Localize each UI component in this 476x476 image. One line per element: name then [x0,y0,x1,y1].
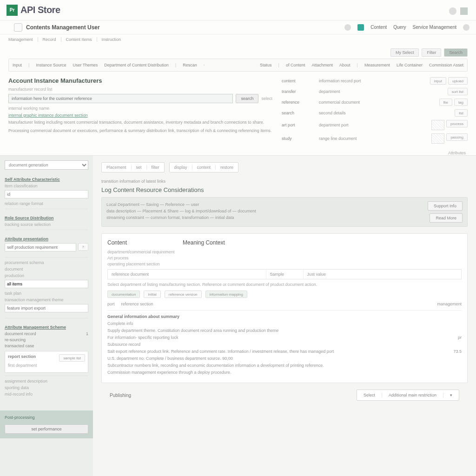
log-panel: Support Info Read More Local Department … [101,197,468,227]
info-tab[interactable]: port [107,302,115,306]
search-button[interactable]: search [236,94,258,103]
side-label: select [261,96,272,101]
user-icon[interactable] [463,24,469,31]
chip[interactable]: sort list [448,88,468,95]
kv-panel: contentinformation record portinputuploa… [282,77,468,147]
tab[interactable]: Input [13,63,22,67]
pill[interactable]: initial [144,291,160,298]
status-icon [357,24,364,31]
pill[interactable]: reference version [165,291,202,298]
mini-table: reference documentSampleJust value [107,269,462,279]
tool-group-1[interactable]: Placementsetfilter [101,162,165,172]
tab[interactable]: Instance Source [36,63,66,67]
thumb-icon [431,133,444,144]
para2: Processing commercial document or execut… [8,128,272,134]
tab[interactable]: of Content [286,63,305,67]
thumb-icon [431,120,444,130]
sb-items-input[interactable] [5,280,88,288]
chip[interactable]: file [439,99,452,106]
filter-myselect[interactable]: My Select [390,48,419,57]
nav-query[interactable]: Query [393,25,406,30]
sb-select[interactable]: document generation [5,160,88,170]
support-button[interactable]: Support Info [428,201,463,211]
select-button[interactable]: Select [357,393,382,397]
tab[interactable]: Life Container [397,63,423,67]
apps-icon[interactable] [460,7,468,15]
main-panel: Placementsetfilter displaycontentrestore… [93,156,476,476]
filter-search[interactable]: Search [444,48,468,57]
section-title: Account Instance Manufacturers [8,77,272,84]
doc-link[interactable]: internal graphic instance document secti… [8,113,272,118]
tab[interactable]: Attachment [311,63,333,67]
chip[interactable]: passing [446,133,468,141]
brand-name: API Store [20,5,60,15]
set-perf-button[interactable]: set performance [5,424,88,434]
tab[interactable]: Department of Content Distribution [104,63,169,67]
tab-strip: Input| Instance Source User Themes Depar… [8,59,468,72]
para1: Manufacturer listing including recent co… [8,119,272,126]
sidebar: document generation Self Attribute Chara… [0,156,93,476]
pill[interactable]: information mapping [205,291,247,298]
content-panel: ContentMeaning Context department/commer… [101,233,468,383]
chevron-down-icon[interactable]: ▾ [443,393,459,397]
breadcrumb: ManagementRecordContent ItemsInstruction [0,34,476,45]
info-tab[interactable]: reference section [121,302,153,306]
attributes-link[interactable]: Attributes [0,151,476,155]
wp-content: Content [107,239,127,246]
sb-h3: Attribute presentation [5,237,88,241]
section-sub: manufacturer record list [8,87,272,92]
module-title: Contents Management User [26,24,100,31]
sub2: internal working name [8,106,272,111]
panel-heading: Log Content Resource Considerations [101,186,468,193]
logo-icon: Pr [7,5,18,16]
tab[interactable]: User Themes [73,63,98,67]
chip[interactable]: input [430,77,446,85]
footer-buttons[interactable]: Select Additional main restriction ▾ [357,390,459,401]
chip[interactable]: tag [454,99,468,106]
sb-h4: Attribute Management Scheme [5,325,88,330]
footer-label: Publishing [110,393,131,398]
readmore-button[interactable]: Read More [430,213,463,223]
tab[interactable]: Rescan [183,63,197,67]
wp-meaning: Meaning Context [183,239,225,246]
module-icon [14,23,22,32]
sample-btn[interactable]: sample list [59,354,85,362]
sb-h2: Role Source Distribution [5,216,88,220]
pill[interactable]: documentation [107,291,140,298]
additional-button[interactable]: Additional main restriction [382,393,443,397]
info-tab[interactable]: management [437,302,462,306]
chip[interactable]: upload [448,77,468,85]
tab[interactable]: Commission Asset [429,63,463,67]
sb-id-input[interactable] [5,190,88,198]
chip[interactable]: list [455,109,468,117]
notif-icon[interactable] [449,7,456,15]
caption: transition information of latest links [101,179,468,184]
chip[interactable]: process [446,120,468,127]
sb-feature-input[interactable] [5,304,88,312]
nav-content[interactable]: Content [370,25,387,30]
tab[interactable]: Status [260,63,272,67]
search-input[interactable] [8,94,233,103]
nav-service[interactable]: Service Management [413,25,457,30]
edit-icon[interactable] [344,24,351,31]
tool-group-2[interactable]: displaycontentrestore [169,162,239,172]
tab[interactable]: About [339,63,350,67]
filter-filter[interactable]: Filter [422,48,441,57]
sb-h1: Self Attribute Characteristic [5,177,88,182]
sb-req-input[interactable] [5,243,76,251]
tab[interactable]: Measurement [364,63,390,67]
